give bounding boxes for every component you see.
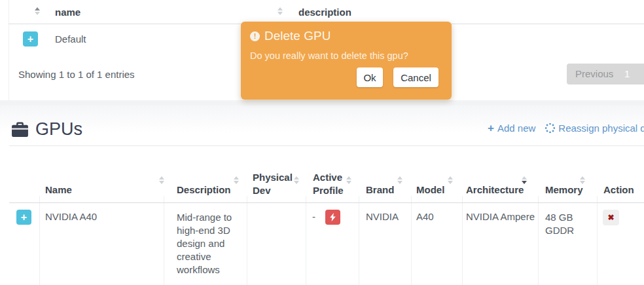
cell-border <box>359 196 359 202</box>
sort-icon-model[interactable] <box>448 176 453 184</box>
column-header-name[interactable]: Name <box>45 184 72 195</box>
sort-icon-architecture-desc-active[interactable] <box>522 176 527 184</box>
section-divider <box>9 145 644 146</box>
gpu-model-cell: A40 <box>416 211 434 222</box>
sort-icon-description[interactable] <box>277 7 283 15</box>
cell-border <box>164 203 164 285</box>
dialog-title-row: ! Delete GPU <box>250 29 331 43</box>
gpu-architecture-cell: NVIDIA Ampere <box>466 211 535 222</box>
cell-border <box>597 203 598 285</box>
cancel-button[interactable]: Cancel <box>393 67 438 87</box>
gpu-description-cell: Mid-range to high-end 3D design and crea… <box>177 211 242 276</box>
sort-asc-icon <box>397 176 402 180</box>
sort-desc-icon <box>346 181 351 184</box>
sort-icon-active-profile[interactable] <box>346 176 351 184</box>
sort-asc-icon <box>522 176 527 180</box>
sort-desc-icon <box>580 181 585 184</box>
delete-gpu-dialog: ! Delete GPU Do you really want to delet… <box>241 22 452 100</box>
table-info-text: Showing 1 to 1 of 1 entries <box>18 69 135 80</box>
column-header-memory[interactable]: Memory <box>545 184 583 195</box>
sort-desc-icon <box>294 181 299 184</box>
column-header-architecture[interactable]: Architecture <box>466 184 524 195</box>
sort-icon-memory[interactable] <box>580 176 585 184</box>
gpu-brand-cell: NVIDIA <box>366 211 399 222</box>
sort-icon-brand[interactable] <box>397 176 402 184</box>
column-header-description[interactable]: description <box>298 7 351 18</box>
cell-border <box>462 203 463 285</box>
page-title: GPUs <box>35 119 82 140</box>
reassign-label: Reassign physical d <box>558 123 644 134</box>
add-new-label: Add new <box>497 123 535 134</box>
briefcase-icon <box>11 121 29 138</box>
profile-name-cell: Default <box>55 33 86 45</box>
sort-asc-icon <box>35 7 40 10</box>
sort-asc-icon <box>448 176 453 180</box>
sort-asc-icon <box>159 176 164 180</box>
cell-border <box>462 196 463 202</box>
sort-asc-icon <box>294 176 299 180</box>
column-header-action: Action <box>603 184 634 195</box>
expand-row-button[interactable]: + <box>16 210 31 225</box>
sort-asc-icon <box>277 7 283 10</box>
ok-button[interactable]: Ok <box>357 67 383 87</box>
reassign-physical-devices-link[interactable]: Reassign physical d <box>545 123 644 134</box>
sort-desc-icon <box>397 181 402 184</box>
delete-x-icon: ✖ <box>607 214 614 221</box>
column-header-active-profile[interactable]: Active Profile <box>313 171 352 197</box>
cell-border <box>597 196 598 202</box>
cell-border <box>359 203 359 285</box>
sort-desc-icon <box>234 181 239 184</box>
dialog-message: Do you really want to delete this gpu? <box>250 50 408 61</box>
gpu-name-cell: NVIDIA A40 <box>45 211 97 222</box>
cell-border <box>411 203 412 285</box>
gpu-physical-dev-cell: - <box>312 211 315 222</box>
delete-gpu-button[interactable]: ✖ <box>603 210 619 225</box>
column-header-description[interactable]: Description <box>177 184 231 195</box>
plus-icon: + <box>21 212 27 223</box>
sort-desc-icon <box>522 181 527 184</box>
gpus-header-links: + Add new Reassign physical d <box>488 123 644 134</box>
header-divider <box>9 202 644 203</box>
pagination: Previous 1 <box>567 64 644 85</box>
sort-desc-icon <box>159 181 164 184</box>
add-new-link[interactable]: + Add new <box>488 123 535 134</box>
sort-asc-icon <box>580 176 585 180</box>
sort-asc-icon <box>234 176 239 180</box>
gpu-memory-cell: 48 GB GDDR <box>545 211 587 237</box>
sort-desc-icon <box>35 12 40 15</box>
screen: name description + Default Showing 1 to … <box>0 0 644 285</box>
sort-desc-icon <box>277 12 283 15</box>
sort-icon-physical-dev[interactable] <box>294 176 299 184</box>
gpus-section-title: GPUs <box>11 119 82 140</box>
sort-icon-name[interactable] <box>159 176 164 184</box>
sort-asc-icon <box>346 176 351 180</box>
sort-desc-icon <box>448 181 453 184</box>
cell-border <box>39 196 40 202</box>
column-header-physical-dev[interactable]: Physical Dev <box>253 171 298 197</box>
column-header-brand[interactable]: Brand <box>366 184 394 195</box>
spinner-dots-icon <box>545 123 555 133</box>
cell-border <box>39 203 40 285</box>
dialog-title: Delete GPU <box>264 29 331 43</box>
cell-border <box>247 196 247 202</box>
cell-border <box>411 196 412 202</box>
cell-border <box>538 196 539 202</box>
column-header-model[interactable]: Model <box>416 184 444 195</box>
sort-icon-name[interactable] <box>35 7 40 15</box>
plus-icon: + <box>488 123 494 134</box>
cell-border <box>247 203 247 285</box>
sort-icon-description[interactable] <box>234 176 239 184</box>
lightning-bolt-icon <box>329 213 336 221</box>
active-profile-button[interactable] <box>325 210 340 225</box>
expand-row-button[interactable]: + <box>23 31 38 47</box>
cell-border <box>164 196 164 202</box>
cell-border <box>306 196 306 202</box>
info-circle-icon: ! <box>250 31 260 41</box>
previous-page-button[interactable]: Previous <box>575 64 613 85</box>
plus-icon: + <box>27 34 33 45</box>
cell-border <box>538 203 539 285</box>
cell-border <box>306 203 306 285</box>
column-header-name[interactable]: name <box>55 7 80 18</box>
table-left-border <box>9 0 9 100</box>
page-1-button[interactable]: 1 <box>624 64 630 85</box>
